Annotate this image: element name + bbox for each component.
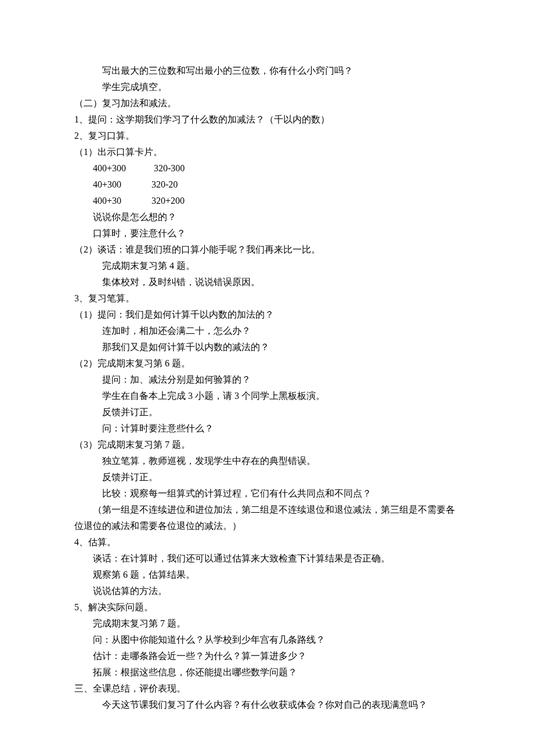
text-line: 学生在自备本上完成 3 小题，请 3 个同学上黑板板演。 bbox=[102, 388, 460, 404]
text-line: 400+30 320+200 bbox=[93, 193, 460, 209]
text-line: 观察第 6 题，估算结果。 bbox=[93, 567, 460, 583]
text-line: 独立笔算，教师巡视，发现学生中存在的典型错误。 bbox=[102, 453, 460, 469]
document-page: 写出最大的三位数和写出最小的三位数，你有什么小窍门吗？学生完成填空。（二）复习加… bbox=[0, 0, 534, 736]
text-line: （3）完成期末复习第 7 题。 bbox=[74, 437, 460, 453]
text-line: 说说估算的方法。 bbox=[93, 583, 460, 599]
text-line: 拓展：根据这些信息，你还能提出哪些数学问题？ bbox=[93, 664, 460, 681]
text-line: 400+300 320-300 bbox=[93, 160, 460, 177]
text-line: 今天这节课我们复习了什么内容？有什么收获或体会？你对自己的表现满意吗？ bbox=[102, 697, 460, 713]
text-line: 1、提问：这学期我们学习了什么数的加减法？（千以内的数） bbox=[74, 111, 460, 128]
text-line: 提问：加、减法分别是如何验算的？ bbox=[102, 372, 460, 388]
text-line: （1）提问：我们是如何计算千以内数的加法的？ bbox=[74, 307, 460, 323]
text-line: 完成期末复习第 4 题。 bbox=[102, 258, 460, 274]
text-line: 谈话：在计算时，我们还可以通过估算来大致检查下计算结果是否正确。 bbox=[93, 550, 460, 567]
text-line: 问：计算时要注意些什么？ bbox=[102, 420, 460, 437]
text-line: 5、解决实际问题。 bbox=[74, 599, 460, 615]
text-line: 40+300 320-20 bbox=[93, 177, 460, 193]
text-line: （二）复习加法和减法。 bbox=[74, 95, 460, 111]
text-line: 三、全课总结，评价表现。 bbox=[74, 681, 460, 697]
text-line: 4、估算。 bbox=[74, 534, 460, 550]
text-line: 2、复习口算。 bbox=[74, 128, 460, 144]
text-line: 反馈并订正。 bbox=[102, 469, 460, 485]
text-line: （2）完成期末复习第 6 题。 bbox=[74, 355, 460, 372]
text-line: 估计：走哪条路会近一些？为什么？算一算进多少？ bbox=[93, 648, 460, 664]
text-line: 说说你是怎么想的？ bbox=[93, 209, 460, 225]
text-line: 反馈并订正。 bbox=[102, 404, 460, 420]
text-line: 学生完成填空。 bbox=[102, 79, 460, 95]
text-line: 位退位的减法和需要各位退位的减法。） bbox=[74, 518, 460, 534]
text-line: （2）谈话：谁是我们班的口算小能手呢？我们再来比一比。 bbox=[74, 242, 460, 258]
text-line: 比较：观察每一组算式的计算过程，它们有什么共同点和不同点？ bbox=[102, 485, 460, 502]
text-line: 3、复习笔算。 bbox=[74, 290, 460, 307]
text-line: 集体校对，及时纠错，说说错误原因。 bbox=[102, 274, 460, 290]
text-line: 写出最大的三位数和写出最小的三位数，你有什么小窍门吗？ bbox=[102, 63, 460, 79]
text-line: （第一组是不连续进位和进位加法，第二组是不连续退位和退位减法，第三组是不需要各 bbox=[93, 502, 460, 518]
text-line: 连加时，相加还会满二十，怎么办？ bbox=[102, 323, 460, 339]
text-line: 那我们又是如何计算千以内数的减法的？ bbox=[102, 339, 460, 355]
document-content: 写出最大的三位数和写出最小的三位数，你有什么小窍门吗？学生完成填空。（二）复习加… bbox=[74, 63, 460, 713]
text-line: （1）出示口算卡片。 bbox=[74, 144, 460, 160]
text-line: 问：从图中你能知道什么？从学校到少年宫有几条路线？ bbox=[93, 632, 460, 648]
text-line: 完成期末复习第 7 题。 bbox=[93, 615, 460, 632]
text-line: 口算时，要注意什么？ bbox=[93, 225, 460, 242]
